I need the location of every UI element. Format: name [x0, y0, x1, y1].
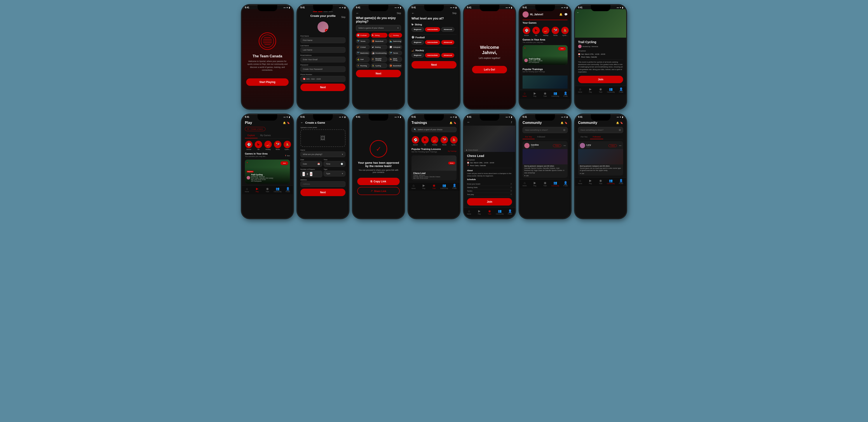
trail-cycling-card[interactable]: ♥ Beginner Trail Cycling Hosted by: Vann…	[245, 160, 290, 184]
sport-hockey[interactable]: 🏒 Hockey	[264, 141, 272, 150]
bell-icon[interactable]: 🔔	[559, 13, 563, 16]
hockey-advanced[interactable]: Advanced	[441, 53, 454, 58]
sport-tennis[interactable]: 🎾 Tennis	[440, 136, 448, 145]
search-bar[interactable]: 🔍 Select a sport of your choice	[411, 127, 457, 132]
sport-ski[interactable]: ⛷ Ski	[532, 27, 540, 36]
join-button[interactable]: Join	[467, 198, 512, 205]
join-button[interactable]: Join	[280, 161, 288, 165]
hockey-intermediate[interactable]: Intermediate	[425, 53, 440, 58]
password-input[interactable]: Create Your Password	[301, 66, 345, 72]
avatar-badge-icon[interactable]: ✎	[325, 29, 329, 32]
post-input[interactable]: Have something to share? 🖼	[578, 127, 623, 133]
nav-train[interactable]: ◉ Train	[540, 91, 550, 97]
tab-followed[interactable]: Followed	[590, 135, 603, 139]
chip-volleyball[interactable]: 🏐Volleyball	[389, 45, 402, 50]
heart-icon[interactable]: ♥	[524, 47, 526, 49]
back-button[interactable]: ←	[411, 11, 414, 15]
nav-profile[interactable]: 👤Profile	[283, 187, 293, 192]
nav-train[interactable]: ◉Train	[262, 187, 273, 192]
nav-play[interactable]: ▶Play	[530, 181, 540, 187]
football-intermediate[interactable]: Intermediate	[425, 40, 440, 45]
skiing-beginner[interactable]: Beginner	[411, 27, 424, 32]
more-options-icon[interactable]: •••	[619, 144, 621, 147]
sport-cycling[interactable]: 🚴 Cyclin...	[283, 141, 291, 150]
nav-train[interactable]: ◉Train	[540, 181, 550, 187]
nav-profile[interactable]: 👤Profile	[505, 209, 515, 215]
share-link-button[interactable]: ↗ Share Link	[357, 187, 400, 195]
nav-train[interactable]: ◉Train	[429, 184, 439, 189]
nav-home[interactable]: ⌂Home	[575, 87, 585, 93]
like-button[interactable]: ♥ Like	[524, 175, 566, 176]
chip-snowboarding[interactable]: 🏂Snowboarding	[371, 51, 388, 55]
nav-profile[interactable]: 👤Profile	[560, 181, 571, 187]
chip-cricket[interactable]: 🏏Cricket	[356, 45, 370, 50]
lets-go-button[interactable]: Let's Go!	[472, 66, 507, 73]
avatar-upload[interactable]: ✎	[317, 22, 329, 32]
nav-play[interactable]: ▶Play	[252, 187, 262, 192]
football-advanced[interactable]: Advanced	[441, 40, 454, 45]
bell-icon[interactable]: 🔔	[561, 121, 564, 124]
date-select[interactable]: Date 📅	[301, 161, 322, 167]
sport-hockey[interactable]: 🏒 Hockey	[431, 136, 439, 145]
chip-badminton[interactable]: 🏸Badminton	[356, 51, 370, 55]
nav-profile[interactable]: 👤 Profile	[560, 91, 571, 97]
sport-tennis[interactable]: 🎾 Tennis	[274, 141, 282, 150]
bell-icon[interactable]: 🔔	[450, 121, 453, 124]
skiing-advanced[interactable]: Advanced	[441, 27, 454, 32]
next-button[interactable]: Next	[301, 189, 345, 196]
time-select[interactable]: Time 🕐	[323, 161, 345, 167]
game-select[interactable]: What are you playing? ▾	[301, 151, 345, 157]
post-input[interactable]: Have something to share? 🖼	[523, 127, 567, 133]
nav-community[interactable]: 👥Community	[550, 181, 560, 187]
back-button[interactable]: ←	[356, 11, 359, 15]
nav-train[interactable]: ◉Train	[485, 209, 495, 215]
skip-button[interactable]: Skip	[341, 16, 345, 19]
join-button[interactable]: Join	[558, 47, 566, 51]
football-beginner[interactable]: Beginner	[411, 40, 424, 45]
sport-soccer[interactable]: ⚽ Soccer	[411, 136, 420, 145]
nav-community[interactable]: 👥Community	[439, 184, 449, 189]
chip-skiing[interactable]: ⛷Skiing	[371, 33, 388, 38]
nav-play[interactable]: ▶ Play	[530, 91, 540, 97]
sport-cycling[interactable]: 🚴 Cyclin...	[561, 27, 569, 36]
chip-hockey[interactable]: 🏒Hockey	[389, 33, 402, 38]
tab-for-you[interactable]: For You	[523, 135, 534, 139]
follow-button[interactable]: Follow	[609, 144, 617, 147]
message-icon[interactable]: 💬	[564, 13, 567, 16]
decrement-button[interactable]: −	[302, 172, 305, 176]
my-trainings-link[interactable]: My Trainings	[448, 150, 457, 152]
chip-horse[interactable]: 🏇Horse Riding	[389, 56, 402, 62]
nav-home[interactable]: ⌂Home	[408, 184, 419, 189]
sport-dropdown[interactable]: Select a game of your choice ▾	[356, 25, 401, 31]
nav-play[interactable]: ▶Play	[585, 87, 596, 93]
nav-home[interactable]: ⌂ Home	[520, 91, 530, 97]
phone-input[interactable]: 🇨🇦 905 - 816 - 1533	[301, 76, 345, 82]
chip-basketball2[interactable]: 🏀Basketball	[389, 63, 402, 68]
bookmark-icon[interactable]: 🔖	[287, 121, 290, 124]
back-button[interactable]: ←	[467, 120, 470, 124]
chess-lead-card[interactable]: More Chess Lead Trainer: Vannesa Danvill…	[411, 156, 457, 180]
nav-community[interactable]: 👥Community	[495, 209, 505, 215]
more-button[interactable]: More	[448, 162, 455, 165]
nav-community[interactable]: 👥Community	[606, 179, 616, 184]
skip-button[interactable]: Skip	[453, 12, 457, 15]
sport-ski[interactable]: ⛷ Ski	[421, 136, 429, 145]
nav-play[interactable]: ▶Play	[419, 184, 429, 189]
tab-my-games[interactable]: My Games	[257, 133, 273, 138]
next-button[interactable]: Next	[411, 61, 457, 68]
chip-basketball[interactable]: 🏀Basketball	[371, 39, 388, 44]
follow-button[interactable]: Follow	[553, 144, 561, 147]
nav-community[interactable]: 👥Community	[606, 87, 616, 93]
last-name-input[interactable]: Last Name	[301, 47, 345, 53]
nav-profile[interactable]: 👤Profile	[449, 184, 460, 189]
more-options-icon[interactable]: •••	[563, 144, 566, 147]
next-button[interactable]: Next	[356, 70, 401, 77]
nav-home[interactable]: ⌂Home	[242, 187, 252, 192]
trail-cycling-card[interactable]: ♥ Join Trail Cycling River Oaks, Oakvill…	[523, 45, 567, 65]
upload-area[interactable]: 🖼	[301, 129, 345, 147]
chip-cycling[interactable]: 🚴Cycling	[371, 63, 388, 68]
tab-explore[interactable]: Explore	[245, 133, 257, 138]
chip-skating[interactable]: ⛸Skating	[371, 45, 388, 50]
sport-ski[interactable]: ⛷ Ski	[254, 141, 262, 150]
address-input[interactable]: Address	[301, 181, 345, 187]
